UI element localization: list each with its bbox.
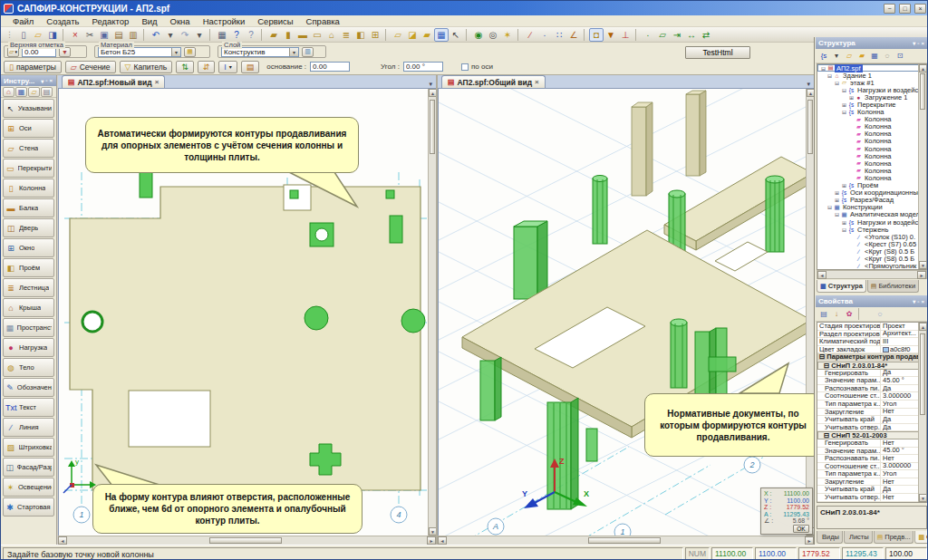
tool-roof-button[interactable]: ⌂ Крыша xyxy=(3,298,54,317)
tool-load-button[interactable]: ● Нагрузка xyxy=(3,338,54,357)
by-axis-checkbox[interactable] xyxy=(461,63,469,71)
context-help-icon[interactable]: ? xyxy=(244,28,258,42)
visibility-layers-icon[interactable]: ◎ xyxy=(486,28,500,42)
find-icon[interactable]: ◌ xyxy=(881,50,894,62)
property-row[interactable]: Тип параметра к... Угол xyxy=(817,401,926,409)
tree-vertical-scrollbar[interactable]: ▲ ▼ xyxy=(918,64,926,269)
colors-icon[interactable]: ✿ xyxy=(843,308,856,320)
tab-list-dropdown-icon[interactable]: ▾ xyxy=(803,81,814,88)
create-window-icon[interactable]: ⊞ xyxy=(368,28,382,42)
filter-dropdown-icon[interactable]: ▾ xyxy=(830,50,843,62)
create-stairs-icon[interactable]: ≣ xyxy=(339,28,353,42)
column-book-button[interactable]: ▤ xyxy=(241,61,260,73)
redo-dropdown-icon[interactable]: ▾ xyxy=(192,28,207,42)
layer-manager-icon[interactable]: ▥ xyxy=(302,47,314,57)
redo-icon[interactable]: ↷ xyxy=(178,28,192,42)
tree-expander-icon[interactable]: ⊞ xyxy=(841,101,847,108)
property-row[interactable]: Раздел проектирования Архитект... xyxy=(817,331,926,339)
menu-services[interactable]: Сервисы xyxy=(251,16,299,26)
export-icon[interactable]: ⊡ xyxy=(894,50,906,62)
column-top-link-button[interactable]: ⇅ xyxy=(176,61,194,73)
snap-point-icon[interactable]: ∙ xyxy=(537,28,552,42)
base-input[interactable] xyxy=(310,62,350,72)
property-row[interactable]: ⊟ Параметры контура продав... xyxy=(817,353,926,362)
tree-expander-icon[interactable]: ⊟ xyxy=(841,227,847,233)
tool-text-button[interactable]: Txt Текст xyxy=(3,398,54,417)
filter-braces-icon[interactable]: {s xyxy=(817,50,830,62)
property-row[interactable]: Генерировать Нет xyxy=(817,439,926,448)
measure-offset-icon[interactable]: ⇥ xyxy=(670,28,684,42)
property-row[interactable]: Соотношение ст... 3.000000 xyxy=(817,392,926,401)
tree-expander-icon[interactable]: ⊟ xyxy=(826,204,833,210)
material-editor-icon[interactable]: ▦ xyxy=(184,47,196,57)
tree-expander-icon[interactable]: ⊞ xyxy=(841,182,847,188)
tool-axes-button[interactable]: ⊞ Оси xyxy=(3,119,54,138)
measure-point-icon[interactable]: ∙ xyxy=(641,28,655,42)
model-canvas-area[interactable]: Z Y X 2 A 1 ▲ ▼ xyxy=(438,89,814,536)
tree-expander-icon[interactable]: ⊟ xyxy=(820,65,826,72)
create-roof-icon[interactable]: ⌂ xyxy=(324,28,339,42)
measure-swap-icon[interactable]: ⇄ xyxy=(699,28,713,42)
palette-tab-materials-icon[interactable]: ▱ xyxy=(28,87,40,97)
menu-windows[interactable]: Окна xyxy=(164,16,197,26)
properties-vertical-scrollbar[interactable]: ▲ ▼ xyxy=(918,323,926,502)
tool-window-button[interactable]: ⊞ Окно xyxy=(3,238,54,257)
property-row[interactable]: Значение парам... 45.00 ° xyxy=(817,377,926,385)
tree-expander-icon[interactable]: ⊟ xyxy=(826,72,833,79)
tab-props[interactable]: ▤ Свойст... xyxy=(914,531,928,544)
property-row[interactable]: Соотношение ст... 3.000000 xyxy=(817,463,926,471)
help-icon[interactable]: ? xyxy=(229,28,244,42)
snap-intersection-icon[interactable]: ∷ xyxy=(552,28,566,42)
visibility-eye-icon[interactable]: ◉ xyxy=(471,28,486,42)
tool-column-button[interactable]: ▯ Колонна xyxy=(3,179,54,198)
new-doc-icon[interactable]: ▯ xyxy=(16,28,31,42)
lock-icon[interactable]: ◘ xyxy=(589,28,604,42)
property-row[interactable]: Значение парам... 45.00 ° xyxy=(817,448,926,456)
tool-wall-button[interactable]: ▱ Стена xyxy=(3,139,54,158)
property-row[interactable]: Тип параметра к... Угол xyxy=(817,470,926,478)
property-row[interactable]: Генерировать Да xyxy=(817,370,926,378)
tab-structure[interactable]: ▦ Структура xyxy=(817,280,866,293)
property-row[interactable]: Учитывать отвер... Нет xyxy=(817,494,926,502)
undo-icon[interactable]: ↶ xyxy=(149,28,163,42)
create-beam-icon[interactable]: ▬ xyxy=(295,28,310,42)
tree-expander-icon[interactable]: ⊟ xyxy=(841,109,847,115)
tree-expander-icon[interactable]: ⊟ xyxy=(834,80,840,86)
tool-solid-button[interactable]: ◍ Тело xyxy=(3,358,54,377)
palette-tab-misc-icon[interactable]: ▤ xyxy=(41,87,53,97)
model-canvas[interactable]: Z Y X 2 A 1 xyxy=(439,89,814,536)
tree-horizontal-scrollbar[interactable]: ◄ ► xyxy=(817,270,927,279)
property-row[interactable]: Закругление Нет xyxy=(817,409,926,417)
model-vertical-scrollbar[interactable]: ▲ ▼ xyxy=(806,89,814,536)
column-type-dropdown[interactable]: I▾ xyxy=(218,61,237,73)
paste-icon[interactable]: ▤ xyxy=(111,28,126,42)
tool-opening-button[interactable]: ◧ Проём xyxy=(3,258,54,277)
tool-section-button[interactable]: ◫ Фасад/Разрез xyxy=(3,458,54,477)
cut-icon[interactable]: ✂ xyxy=(82,28,97,42)
sort-az-icon[interactable]: ↓ xyxy=(830,308,843,320)
close-button[interactable]: × xyxy=(914,4,926,14)
tree-item[interactable]: ∕ <Прямоугольник xyxy=(817,263,926,270)
maximize-button[interactable]: □ xyxy=(899,4,911,14)
property-row[interactable]: Распознавать пи... Да xyxy=(817,385,926,393)
property-row[interactable]: Стадия проектирования Проект xyxy=(817,323,926,331)
palette-tab-architecture-icon[interactable]: ⌂ xyxy=(3,87,14,97)
tool-line-button[interactable]: ∕ Линия xyxy=(3,418,54,437)
view-wireframe-icon[interactable]: ▱ xyxy=(391,28,405,42)
tool-stairs-button[interactable]: ≣ Лестница xyxy=(3,278,54,297)
plan-horizontal-scrollbar[interactable]: ◄ ► xyxy=(58,536,436,545)
visibility-light-icon[interactable]: ✶ xyxy=(500,28,515,42)
measure-distance-icon[interactable]: ↔ xyxy=(684,28,699,42)
tool-slab-button[interactable]: ▭ Перекрытие xyxy=(3,159,54,178)
menu-editor[interactable]: Редактор xyxy=(85,16,135,26)
folder-icon[interactable]: ▰ xyxy=(856,50,868,62)
plan-vertical-scrollbar[interactable]: ▲ ▼ xyxy=(428,89,436,536)
create-slab-icon[interactable]: ▭ xyxy=(310,28,324,42)
save-icon[interactable]: ◨ xyxy=(45,28,60,42)
tree-expander-icon[interactable]: ⊟ xyxy=(841,87,847,93)
copy-icon[interactable]: ▣ xyxy=(97,28,111,42)
view-perspective-icon[interactable]: ▦ xyxy=(434,28,449,42)
tab-close-icon[interactable]: × xyxy=(155,78,160,86)
property-row[interactable]: Цвет закладок a0c8f0 xyxy=(817,346,926,354)
property-row[interactable]: Учитывать отвер... Да xyxy=(817,424,926,432)
